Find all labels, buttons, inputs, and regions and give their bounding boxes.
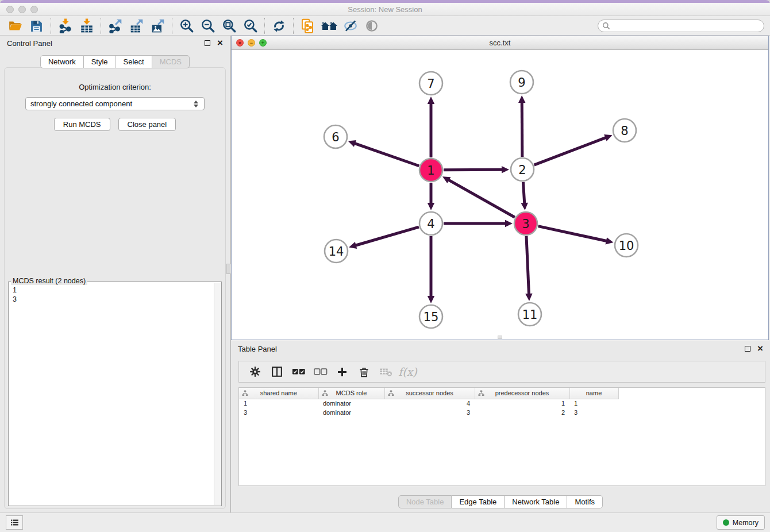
close-window-button[interactable]: [6, 6, 14, 13]
import-table-button[interactable]: [76, 17, 97, 34]
memory-button[interactable]: Memory: [717, 515, 765, 530]
control-panel-tabs: NetworkStyleSelectMCDS: [0, 55, 230, 68]
node-label: 3: [522, 217, 529, 231]
zoom-window-button[interactable]: [30, 6, 38, 13]
view-splitter-handle[interactable]: [498, 336, 502, 339]
minimize-window-button[interactable]: [18, 6, 26, 13]
table-settings-button[interactable]: [245, 363, 265, 381]
edge-arrowhead: [349, 242, 357, 249]
export-network-button[interactable]: [105, 17, 126, 34]
column-header-shared-name[interactable]: shared name: [239, 388, 318, 399]
table-cell[interactable]: 1: [569, 399, 618, 408]
run-mcds-button[interactable]: Run MCDS: [54, 118, 110, 131]
table-cell[interactable]: 4: [384, 399, 475, 408]
search-input[interactable]: [610, 21, 764, 31]
maximize-view-button[interactable]: +: [259, 39, 267, 47]
home-button[interactable]: [318, 17, 340, 34]
table-cell[interactable]: dominator: [318, 399, 384, 408]
column-header-name[interactable]: name: [569, 388, 618, 399]
node-14[interactable]: 14: [325, 240, 348, 263]
edge-2-8[interactable]: [534, 137, 607, 165]
node-3[interactable]: 3: [514, 212, 537, 235]
node-9[interactable]: 9: [510, 71, 533, 94]
import-network-button[interactable]: [55, 17, 76, 34]
deselect-all-button[interactable]: [310, 363, 330, 381]
node-7[interactable]: 7: [419, 72, 442, 95]
minimize-view-button[interactable]: −: [248, 39, 255, 47]
table-cell[interactable]: 1: [475, 399, 569, 408]
mcds-result-list[interactable]: 13: [9, 283, 213, 505]
export-table-button[interactable]: [126, 17, 147, 34]
node-10[interactable]: 10: [615, 234, 638, 257]
task-history-button[interactable]: [6, 515, 23, 530]
node-label: 4: [427, 217, 434, 231]
split-panel-button[interactable]: [267, 363, 287, 381]
column-header-predecessor-nodes[interactable]: predecessor nodes: [475, 388, 569, 399]
node-label: 10: [619, 239, 634, 253]
node-1[interactable]: 1: [419, 159, 442, 182]
function-builder-button[interactable]: f(x): [398, 363, 418, 381]
delete-table-button[interactable]: [376, 363, 396, 381]
zoom-selected-button[interactable]: [240, 17, 261, 34]
close-panel-button[interactable]: Close panel: [118, 118, 176, 131]
edge-4-14[interactable]: [355, 227, 419, 245]
edge-2-9[interactable]: [522, 102, 522, 157]
zoom-in-button[interactable]: [176, 17, 197, 34]
visibility-off-button[interactable]: [340, 17, 361, 34]
tab-motifs[interactable]: Motifs: [567, 495, 603, 508]
edge-1-2[interactable]: [444, 169, 503, 170]
toolbar-separator: [293, 18, 294, 34]
tab-select[interactable]: Select: [116, 55, 152, 68]
close-panel-icon[interactable]: ×: [217, 40, 223, 47]
node-4[interactable]: 4: [419, 212, 442, 235]
tab-node-table[interactable]: Node Table: [398, 495, 452, 508]
column-header-MCDS-role[interactable]: MCDS role: [318, 388, 384, 399]
eye-slash-icon: [343, 18, 358, 33]
tab-edge-table[interactable]: Edge Table: [452, 495, 505, 508]
edge-3-1[interactable]: [448, 180, 515, 218]
node-6[interactable]: 6: [324, 125, 347, 148]
network-graph-canvas[interactable]: 1234678910111415: [232, 50, 768, 340]
table-cell[interactable]: dominator: [318, 408, 384, 417]
table-panel-title: Table Panel: [238, 345, 277, 353]
refresh-view-button[interactable]: [268, 17, 290, 34]
edge-2-3[interactable]: [523, 182, 524, 204]
tab-style[interactable]: Style: [84, 55, 116, 68]
edge-3-11[interactable]: [526, 236, 529, 295]
table-cell[interactable]: 3: [239, 408, 318, 417]
edge-arrowhead: [428, 97, 434, 104]
table-cell[interactable]: 1: [239, 399, 318, 408]
edge-1-6[interactable]: [354, 143, 419, 166]
close-table-panel-icon[interactable]: ×: [757, 345, 763, 352]
float-panel-icon[interactable]: [205, 40, 210, 46]
tab-network[interactable]: Network: [40, 55, 84, 68]
zoom-fit-button[interactable]: [218, 17, 240, 34]
criterion-select[interactable]: strongly connected component: [25, 97, 205, 110]
node-8[interactable]: 8: [613, 119, 636, 142]
table-cell[interactable]: 3: [384, 408, 475, 417]
search-box[interactable]: [598, 20, 764, 32]
zoom-out-button[interactable]: [197, 17, 218, 34]
table-cell[interactable]: 2: [475, 408, 569, 417]
network-window-titlebar[interactable]: × − + scc.txt: [232, 36, 768, 50]
node-2[interactable]: 2: [511, 158, 534, 181]
export-image-button[interactable]: [147, 17, 168, 34]
select-all-button[interactable]: [288, 363, 309, 381]
tab-network-table[interactable]: Network Table: [505, 495, 567, 508]
float-table-panel-icon[interactable]: [745, 346, 750, 352]
edge-3-10[interactable]: [538, 226, 607, 241]
visibility-on-button[interactable]: [361, 17, 382, 34]
close-view-button[interactable]: ×: [236, 39, 244, 47]
result-scrollbar[interactable]: [214, 283, 221, 505]
select-all-icon: [292, 368, 306, 376]
table-cell[interactable]: 3: [569, 408, 618, 417]
tab-mcds[interactable]: MCDS: [152, 55, 190, 68]
save-session-button[interactable]: [26, 17, 47, 34]
delete-column-button[interactable]: [354, 363, 374, 381]
add-column-button[interactable]: [332, 363, 352, 381]
node-15[interactable]: 15: [419, 305, 442, 328]
open-session-button[interactable]: [5, 17, 26, 34]
node-11[interactable]: 11: [518, 303, 541, 326]
open-network-file-button[interactable]: [297, 17, 318, 34]
column-header-successor-nodes[interactable]: successor nodes: [384, 388, 475, 399]
